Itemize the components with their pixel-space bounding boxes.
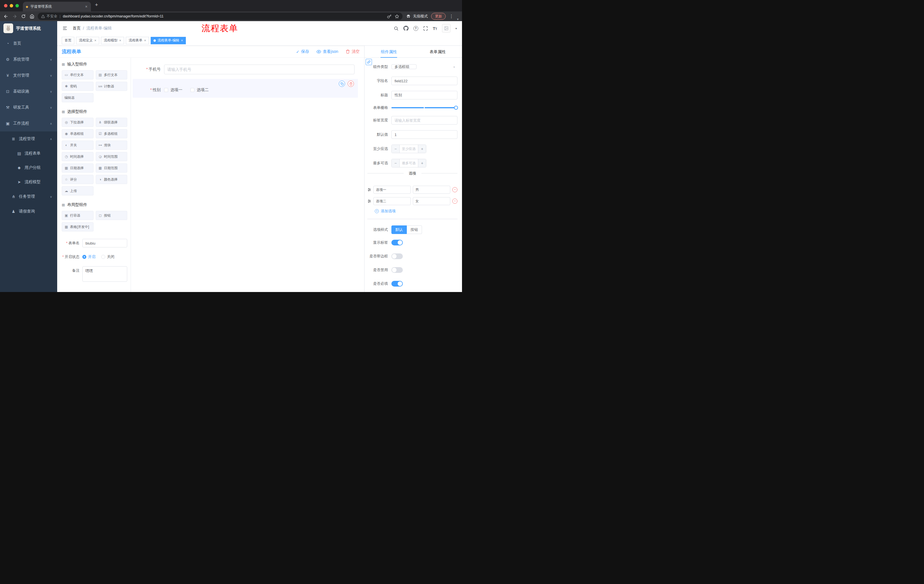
option-value-input[interactable] [413,197,450,205]
palette-item-color-picker[interactable]: ◑颜色选择 [96,175,127,184]
sidebar-item-dev-tools[interactable]: ⚒ 研发工具 ∨ [0,99,57,115]
palette-item-button[interactable]: ◻按钮 [96,211,127,220]
sidebar-logo[interactable]: 芋道管理系统 [0,21,57,35]
canvas-field-gender[interactable]: *性别 选项一 选项二 [133,79,358,98]
palette-item-editor[interactable]: 编辑器 [62,93,94,102]
sidebar-item-task-management[interactable]: ⋔ 任务管理 ∨ [0,189,57,204]
palette-item-upload[interactable]: ☁上传 [62,186,94,196]
checkbox-option-1[interactable]: 选项一 [164,87,182,92]
avatar[interactable] [442,24,450,33]
close-icon[interactable]: × [119,39,121,43]
browser-tab[interactable]: ◆ 芋道管理系统 × [23,2,91,12]
palette-item-radio-group[interactable]: ◉单选框组 [62,129,94,138]
tab-form-props[interactable]: 表单属性 [413,46,462,58]
max-select-stepper[interactable]: − 最多可选 + [391,159,426,168]
form-remark-textarea[interactable]: 嘿嘿 [82,266,127,282]
palette-item-time-range[interactable]: ◶时间范围 [96,152,127,161]
view-json-button[interactable]: 查看json [317,49,338,54]
fullscreen-icon[interactable] [423,26,428,31]
default-value-input[interactable] [391,130,457,139]
search-icon[interactable] [394,26,399,31]
close-tab-icon[interactable]: × [85,4,88,9]
reload-icon[interactable] [21,14,26,18]
border-toggle[interactable] [391,253,403,259]
component-type-select[interactable]: 多选框组 ▾ [391,63,457,71]
status-off-label[interactable]: 关闭 [107,254,114,260]
back-icon[interactable] [3,14,8,19]
drag-handle-icon[interactable] [367,188,371,192]
option-name-input[interactable] [373,197,411,205]
sidebar-item-payment[interactable]: ¥ 支付管理 ∨ [0,67,57,84]
palette-item-date-picker[interactable]: ▦日期选择 [62,163,94,173]
option-name-input[interactable] [373,186,411,194]
palette-item-cascader[interactable]: ⋔级联选择 [96,118,127,127]
checkbox-icon[interactable] [164,88,168,92]
sidebar-item-user-group[interactable]: ☻ 用户分组 [0,161,57,175]
tag-home[interactable]: 首页 [62,37,74,44]
phone-input[interactable] [164,64,355,74]
update-browser-button[interactable]: 更新 [431,13,446,20]
palette-item-checkbox-group[interactable]: ☑多选框组 [96,129,127,138]
clear-button[interactable]: 清空 [346,49,360,54]
max-select-value[interactable]: 最多可选 [400,159,418,167]
close-icon[interactable]: × [181,39,183,43]
option-value-input[interactable] [413,186,450,194]
sidebar-item-leave-query[interactable]: ♟ 请假查询 [0,204,57,219]
grid-slider[interactable] [391,106,457,110]
maximize-window-button[interactable] [15,4,19,7]
style-button-button[interactable]: 按钮 [407,225,422,234]
sidebar-item-process-management[interactable]: ≣ 流程管理 ∧ [0,132,57,146]
breadcrumb-home[interactable]: 首页 [73,26,81,31]
field-name-input[interactable] [391,77,457,85]
palette-item-text[interactable]: ▭单行文本 [62,70,94,79]
show-label-toggle[interactable] [391,240,403,245]
palette-item-textarea[interactable]: ▤多行文本 [96,70,127,79]
palette-item-date-range[interactable]: ▩日期范围 [96,163,127,173]
drag-handle-icon[interactable] [367,199,371,203]
sidebar-item-workflow[interactable]: ▣ 工作流程 ∧ [0,115,57,132]
tag-process-form-edit[interactable]: 流程表单-编辑 × [151,37,186,44]
radio-off-icon[interactable] [101,255,105,259]
close-icon[interactable]: × [94,39,96,43]
min-select-stepper[interactable]: − 至少应选 + [391,145,426,153]
remove-option-icon[interactable]: − [452,199,457,204]
label-width-input[interactable] [391,116,457,125]
palette-item-counter[interactable]: 123计数器 [96,82,127,91]
title-input[interactable] [391,91,457,99]
chevron-down-icon[interactable]: ▾ [457,17,459,21]
sidebar-item-infrastructure[interactable]: ⊡ 基础设施 ∨ [0,84,57,99]
github-icon[interactable] [403,26,409,31]
status-on-label[interactable]: 开启 [88,254,96,260]
min-select-value[interactable]: 至少应选 [400,145,418,153]
decrease-icon[interactable]: − [392,159,400,167]
tag-process-form[interactable]: 流程表单 × [126,37,149,44]
decrease-icon[interactable]: − [392,145,400,153]
form-name-input[interactable] [82,239,127,247]
sidebar-item-home[interactable]: ◔ 首页 [0,35,57,51]
palette-item-time-picker[interactable]: ◷时间选择 [62,152,94,161]
canvas-field-phone[interactable]: *手机号 [133,62,358,77]
new-tab-button[interactable]: + [95,2,98,8]
sidebar-item-process-model[interactable]: ➤ 流程模型 [0,175,57,189]
add-option-button[interactable]: + 添加选项 [375,209,457,214]
window-controls[interactable] [0,4,23,7]
increase-icon[interactable]: + [418,145,426,153]
palette-item-table[interactable]: ▦表格[开发中] [62,222,94,232]
help-icon[interactable]: ? [413,26,418,31]
close-icon[interactable]: × [144,39,146,43]
minimize-window-button[interactable] [10,4,13,7]
home-button-icon[interactable] [30,14,34,18]
radio-on-icon[interactable] [82,255,86,259]
browser-menu-icon[interactable]: ⋮ [449,14,454,19]
form-canvas[interactable]: *手机号 [131,58,364,292]
font-size-icon[interactable]: TT [433,26,437,31]
tab-component-props[interactable]: 组件属性 [365,46,413,58]
sidebar-item-process-form[interactable]: ▤ 流程表单 [0,146,57,161]
palette-item-row-container[interactable]: ▣行容器 [62,211,94,220]
palette-item-slider[interactable]: ⊶滑块 [96,141,127,150]
palette-item-select[interactable]: ◎下拉选择 [62,118,94,127]
omnibox[interactable]: 不安全 | dashboard.yudao.iocoder.cn/bpm/man… [38,13,403,20]
disabled-toggle[interactable] [391,267,403,273]
delete-field-button[interactable] [348,81,354,87]
palette-item-rate[interactable]: ☆评分 [62,175,94,184]
